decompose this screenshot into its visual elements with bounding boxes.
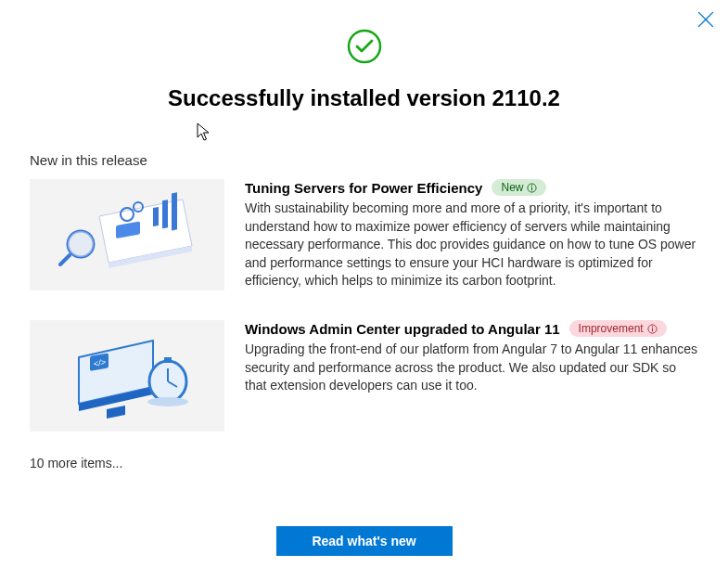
success-check-icon bbox=[346, 28, 383, 65]
svg-rect-23 bbox=[164, 357, 172, 363]
release-item: </> Windows Admin Center upgraded to Ang… bbox=[30, 320, 698, 432]
server-tuning-illustration-icon bbox=[53, 188, 201, 281]
angular-upgrade-illustration-icon: </> bbox=[53, 329, 201, 422]
svg-rect-7 bbox=[153, 207, 159, 226]
svg-line-13 bbox=[60, 255, 70, 264]
new-badge: New bbox=[492, 179, 546, 196]
item-thumbnail bbox=[30, 179, 224, 290]
svg-point-26 bbox=[147, 397, 188, 406]
cursor-icon bbox=[197, 122, 213, 143]
item-title-row: Windows Admin Center upgraded to Angular… bbox=[245, 320, 698, 337]
item-thumbnail: </> bbox=[30, 320, 224, 432]
close-button[interactable] bbox=[697, 11, 714, 28]
release-item: Tuning Servers for Power Efficiency New … bbox=[30, 179, 698, 290]
improvement-badge: Improvement bbox=[569, 320, 667, 337]
svg-rect-9 bbox=[172, 192, 177, 230]
item-body: Tuning Servers for Power Efficiency New … bbox=[245, 179, 698, 290]
footer: Read what's new bbox=[0, 526, 728, 556]
svg-point-12 bbox=[68, 231, 94, 257]
badge-label: New bbox=[501, 181, 523, 194]
item-description: With sustainability becoming more and mo… bbox=[245, 200, 698, 290]
item-body: Windows Admin Center upgraded to Angular… bbox=[245, 320, 698, 432]
info-icon bbox=[647, 324, 658, 334]
svg-point-16 bbox=[531, 185, 532, 186]
read-whats-new-button[interactable]: Read what's new bbox=[276, 526, 453, 556]
item-title: Tuning Servers for Power Efficiency bbox=[245, 180, 482, 196]
content-area: New in this release bbox=[0, 152, 728, 470]
svg-rect-8 bbox=[162, 200, 168, 228]
item-description: Upgrading the front-end of our platform … bbox=[245, 341, 698, 395]
svg-point-29 bbox=[651, 326, 652, 327]
close-icon bbox=[697, 11, 714, 28]
svg-point-2 bbox=[349, 31, 380, 62]
info-icon bbox=[527, 183, 537, 193]
more-items-link[interactable]: 10 more items... bbox=[30, 456, 698, 470]
header: Successfully installed version 2110.2 bbox=[0, 0, 728, 111]
section-label: New in this release bbox=[30, 152, 698, 168]
badge-label: Improvement bbox=[579, 322, 644, 335]
item-title: Windows Admin Center upgraded to Angular… bbox=[245, 321, 560, 337]
page-title: Successfully installed version 2110.2 bbox=[0, 85, 728, 111]
item-title-row: Tuning Servers for Power Efficiency New bbox=[245, 179, 698, 196]
svg-marker-19 bbox=[107, 406, 125, 419]
